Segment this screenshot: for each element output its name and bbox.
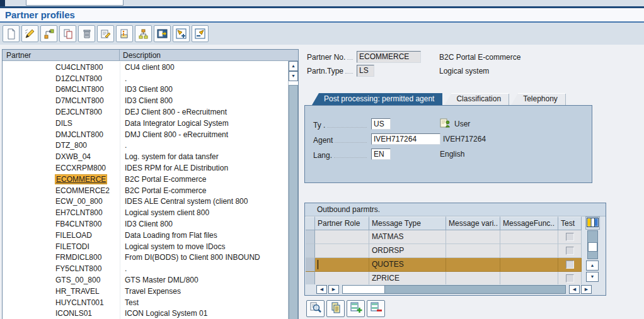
partner-node[interactable]: FILETODI (55, 242, 89, 251)
tree-row[interactable]: D6MCLNT800ID3 Client 800 (3, 84, 288, 96)
tree-row[interactable]: DTZ_800. (3, 140, 288, 152)
column-message-type[interactable]: Message Type (369, 216, 446, 230)
table-settings-button[interactable] (585, 216, 600, 230)
scroll-up-icon[interactable]: ▲ (289, 61, 298, 71)
cell-partner-role[interactable] (315, 272, 369, 286)
partner-node[interactable]: CU4CLNT800 (55, 63, 103, 72)
tree-row[interactable]: DXWB_04Log. system for data tansfer (3, 151, 288, 162)
tree-scrollbar[interactable]: ▲ ▼ (288, 61, 298, 319)
create-button[interactable] (3, 25, 20, 42)
scroll-down-icon[interactable]: ▼ (289, 71, 298, 81)
tab-telephony[interactable]: Telephony (511, 93, 566, 105)
vscroll-up-icon[interactable]: ▲ (586, 260, 599, 271)
cell-message-type[interactable]: QUOTES (369, 258, 446, 272)
partner-node[interactable]: DEJCLNT800 (55, 108, 102, 116)
agent-field[interactable]: IVEH717264 (371, 133, 440, 145)
partner-type-field[interactable]: LS (357, 65, 374, 77)
lang-field[interactable]: EN (371, 148, 391, 160)
hscroll-track[interactable] (342, 285, 566, 294)
insert-row-button[interactable] (347, 300, 365, 317)
partner-node[interactable]: FY5CLNT800 (55, 264, 101, 273)
tree-row[interactable]: EH7CLNT800Logical system client 800 (3, 207, 288, 218)
column-message-function[interactable]: MessageFunc.. (500, 216, 558, 230)
cell-message-function[interactable] (500, 272, 558, 286)
partner-node[interactable]: ECCXRPM800 (55, 164, 106, 172)
hscroll-left-icon[interactable]: ◀ (316, 285, 327, 294)
maintain-button[interactable] (97, 25, 114, 42)
tree-row[interactable]: DEJCLNT800DEJ Client 800 - eRecruitment (3, 106, 288, 118)
test-checkbox[interactable] (566, 274, 574, 283)
tree-row[interactable]: DMJCLNT800DMJ Client 800 - eRecruitment (3, 129, 288, 140)
goto-partner-button[interactable] (154, 25, 171, 42)
test-checkbox[interactable] (566, 233, 574, 241)
hierarchy-button[interactable] (135, 25, 152, 42)
partner-node[interactable]: HUYCLNT001 (55, 298, 104, 307)
outbound-row[interactable]: QUOTES (306, 258, 582, 272)
row-selector-header[interactable] (306, 216, 315, 230)
cell-test[interactable] (558, 258, 582, 272)
cell-test[interactable] (558, 272, 582, 286)
cell-message-function[interactable] (500, 244, 558, 258)
row-selector[interactable] (306, 258, 315, 272)
outbound-row[interactable]: ORDRSP (306, 244, 582, 258)
hscroll-right-icon[interactable]: ▶ (328, 285, 339, 294)
tree-row[interactable]: DILSData Integrator Logical System (3, 118, 288, 129)
row-selector[interactable] (306, 244, 315, 258)
cell-partner-role[interactable] (315, 230, 369, 244)
copy-button[interactable] (59, 25, 76, 42)
scrollbar-thumb[interactable] (289, 85, 298, 319)
change-button[interactable] (21, 25, 38, 42)
command-field[interactable] (26, 0, 124, 6)
cell-message-function[interactable] (500, 230, 558, 244)
tree-row[interactable]: FILETODILogical system to move IDocs (3, 241, 288, 252)
partner-node[interactable]: FILELOAD (55, 231, 92, 240)
copy-row-button[interactable] (326, 300, 345, 317)
cell-partner-role[interactable] (315, 258, 369, 272)
delete-row-button[interactable] (367, 300, 385, 317)
partner-node[interactable]: D6MCLNT800 (55, 85, 104, 94)
partner-node[interactable]: D1ZCLNT800 (55, 74, 102, 83)
tree-row[interactable]: FY5CLNT800. (3, 263, 288, 274)
partner-node[interactable]: DMJCLNT800 (55, 130, 103, 139)
tree-row[interactable]: D1ZCLNT800. (3, 73, 288, 84)
tree-row[interactable]: FRMDICL800From DI(BODS) to Client 800 IN… (3, 252, 288, 264)
tree-row[interactable]: ECOMMERCEB2C Portal E-commerce (3, 174, 288, 185)
partner-node[interactable]: GTS_00_800 (55, 276, 100, 284)
copy-object-button[interactable] (40, 25, 57, 42)
cell-message-variant[interactable] (446, 244, 500, 258)
row-selector[interactable] (306, 230, 315, 244)
tree-row[interactable]: FILELOADData Loading from Flat files (3, 230, 288, 241)
tree-row[interactable]: HUYCLNT001Test (3, 297, 288, 308)
outbound-row[interactable]: MATMAS (306, 230, 582, 244)
row-selector[interactable] (306, 272, 315, 286)
cell-message-type[interactable]: ZPRICE (369, 272, 446, 286)
ty-field[interactable]: US (371, 118, 391, 130)
hscroll-right2-icon[interactable]: ▶ (581, 285, 592, 294)
tree-row[interactable]: CU4CLNT800CU4 client 800 (3, 62, 288, 73)
tab-post-processing[interactable]: Post processing: permitted agent (312, 93, 442, 105)
test-checkbox[interactable] (566, 260, 574, 269)
partner-node[interactable]: DXWB_04 (55, 152, 91, 161)
vscroll-track[interactable] (587, 230, 598, 259)
partner-node[interactable]: EH7CLNT800 (55, 208, 103, 217)
partner-node[interactable]: ECOMMERCE2 (55, 186, 110, 195)
tree-row[interactable]: FB4CLNT800ID3 Client 800 (3, 218, 288, 230)
column-test[interactable]: Test (558, 216, 582, 230)
column-partner-role[interactable]: Partner Role (315, 216, 369, 230)
tree-row[interactable]: ECCXRPM800IDES RPM for ALE Distribution (3, 162, 288, 174)
partner-no-field[interactable]: ECOMMERCE (357, 51, 421, 63)
cell-message-variant[interactable] (446, 258, 500, 272)
partner-node[interactable]: HR_TRAVEL (55, 287, 100, 296)
tree-row[interactable]: ECOMMERCE2B2C Portal E-commerce (3, 185, 288, 196)
outbound-row[interactable]: ZPRICE (306, 272, 582, 286)
cell-partner-role[interactable] (315, 244, 369, 258)
cell-message-type[interactable]: ORDRSP (369, 244, 446, 258)
expand-all-button[interactable] (173, 25, 190, 42)
cell-test[interactable] (558, 230, 582, 244)
tree-row[interactable]: GTS_00_800GTS Master DML/800 (3, 274, 288, 286)
hscroll-left2-icon[interactable]: ◀ (569, 285, 580, 294)
partner-node[interactable]: FRMDICL800 (55, 253, 101, 262)
test-checkbox[interactable] (566, 247, 574, 255)
delete-button[interactable] (78, 25, 95, 42)
display-details-button[interactable] (306, 300, 325, 317)
